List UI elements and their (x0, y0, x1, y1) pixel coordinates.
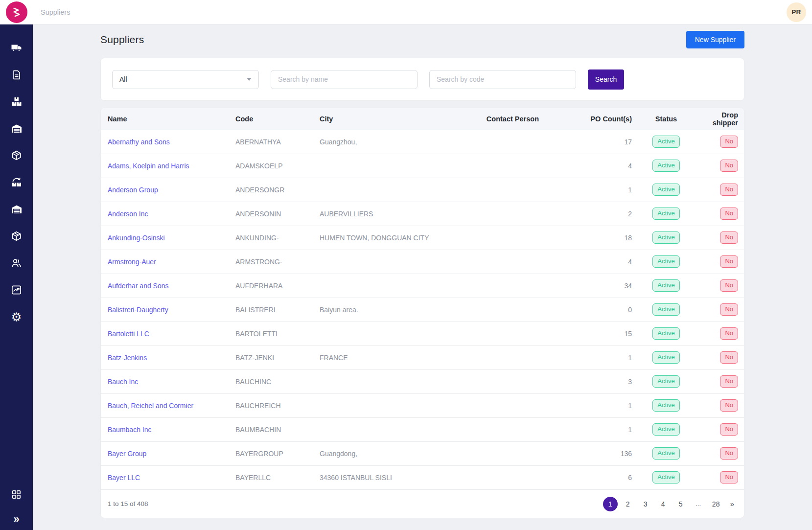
supplier-city-cell (320, 393, 466, 417)
supplier-code-cell: BAUCHINC (235, 369, 320, 393)
search-button[interactable]: Search (588, 69, 624, 90)
po-count-cell: 3 (539, 369, 632, 393)
suppliers-table: NameCodeCityContact PersonPO Count(s)Sta… (101, 108, 744, 489)
column-header-city: City (320, 108, 466, 130)
zigzag-logo-icon (10, 6, 23, 19)
drop-shipper-cell: No (700, 226, 744, 250)
drop-shipper-cell: No (700, 346, 744, 369)
column-header-name: Name (101, 108, 235, 130)
column-header-po-count-s: PO Count(s) (539, 108, 632, 130)
contact-person-cell (466, 322, 539, 346)
supplier-name-link[interactable]: Armstrong-Auer (108, 258, 156, 266)
document-icon (11, 69, 22, 80)
table-row: Bayer LLCBAYERLLC34360 ISTANBUL SISLI6Ac… (101, 465, 744, 489)
po-count-cell: 0 (539, 298, 632, 322)
pagination-summary: 1 to 15 of 408 (108, 500, 148, 507)
pagination-page-3[interactable]: 3 (638, 497, 653, 511)
supplier-code-cell: ABERNATHYA (235, 130, 320, 154)
drop-shipper-cell: No (700, 298, 744, 322)
supplier-name-link[interactable]: Bauch, Reichel and Cormier (108, 402, 193, 410)
supplier-name-link[interactable]: Bayer Group (108, 450, 146, 458)
po-count-cell: 18 (539, 226, 632, 250)
supplier-name-link[interactable]: Batz-Jenkins (108, 354, 147, 362)
table-row: Bayer GroupBAYERGROUPGuangdong,136Active… (101, 441, 744, 465)
pagination-page-2[interactable]: 2 (621, 497, 635, 511)
supplier-name-link[interactable]: Anderson Group (108, 186, 158, 194)
status-cell: Active (632, 202, 700, 226)
supplier-name-link[interactable]: Anderson Inc (108, 210, 148, 218)
type-filter-dropdown[interactable]: All (112, 70, 259, 89)
sidebar-item-receiving[interactable] (0, 169, 33, 196)
sidebar-item-warehouse[interactable] (0, 115, 33, 142)
sidebar-item-package-2[interactable] (0, 223, 33, 250)
status-cell: Active (632, 465, 700, 489)
brand-logo[interactable] (6, 1, 27, 23)
po-count-cell: 4 (539, 154, 632, 178)
sidebar-item-settings[interactable]: ⚙ (0, 303, 33, 330)
po-count-cell: 17 (539, 130, 632, 154)
supplier-name-link[interactable]: Bayer LLC (108, 474, 140, 482)
supplier-name-cell: Batz-Jenkins (101, 346, 235, 369)
sidebar-item-apps[interactable] (0, 481, 33, 508)
status-cell: Active (632, 346, 700, 369)
supplier-code-cell: BALISTRERI (235, 298, 320, 322)
chart-line-icon (11, 284, 22, 296)
po-count-cell: 1 (539, 393, 632, 417)
sidebar-item-reports[interactable] (0, 277, 33, 303)
supplier-name-cell: Adams, Koelpin and Harris (101, 154, 235, 178)
drop-shipper-badge: No (720, 399, 738, 412)
pagination-next-button[interactable]: » (730, 500, 734, 508)
supplier-name-link[interactable]: Aufderhar and Sons (108, 282, 169, 290)
search-by-name-input[interactable] (271, 70, 418, 89)
new-supplier-button[interactable]: New Supplier (686, 31, 744, 48)
pagination-page-1[interactable]: 1 (603, 497, 618, 511)
drop-shipper-badge: No (720, 279, 738, 292)
supplier-name-link[interactable]: Balistreri-Daugherty (108, 306, 168, 314)
pagination-page-5[interactable]: 5 (673, 497, 688, 511)
pagination-page-28[interactable]: 28 (709, 497, 723, 511)
status-badge: Active (652, 231, 679, 244)
drop-shipper-cell: No (700, 417, 744, 441)
contact-person-cell (466, 441, 539, 465)
pagination-page-4[interactable]: 4 (656, 497, 671, 511)
sidebar-collapse-button[interactable]: » (0, 508, 33, 530)
user-avatar[interactable]: PR (787, 2, 806, 22)
drop-shipper-cell: No (700, 441, 744, 465)
supplier-city-cell (320, 322, 466, 346)
column-header-status: Status (632, 108, 700, 130)
supplier-name-link[interactable]: Abernathy and Sons (108, 138, 170, 146)
sidebar-item-package[interactable] (0, 142, 33, 169)
supplier-city-cell: FRANCE (320, 346, 466, 369)
supplier-name-link[interactable]: Bauch Inc (108, 378, 138, 386)
contact-person-cell (466, 154, 539, 178)
supplier-name-link[interactable]: Ankunding-Osinski (108, 234, 165, 242)
supplier-name-link[interactable]: Bartoletti LLC (108, 330, 149, 338)
gear-icon: ⚙ (11, 311, 22, 323)
sidebar-item-documents[interactable] (0, 61, 33, 88)
status-badge: Active (652, 136, 679, 148)
supplier-name-link[interactable]: Baumbach Inc (108, 426, 152, 434)
sidebar-item-warehouse-2[interactable] (0, 196, 33, 223)
drop-shipper-cell: No (700, 178, 744, 202)
column-header-contact-person: Contact Person (466, 108, 539, 130)
apps-grid-icon (11, 489, 22, 500)
search-by-code-input[interactable] (429, 70, 576, 89)
sidebar-item-truck[interactable] (0, 34, 33, 61)
drop-shipper-cell: No (700, 393, 744, 417)
boxes-stacked-icon (11, 96, 23, 108)
supplier-name-link[interactable]: Adams, Koelpin and Harris (108, 162, 189, 170)
sidebar-item-contacts[interactable] (0, 250, 33, 277)
drop-shipper-badge: No (720, 447, 738, 460)
supplier-code-cell: ANDERSONIN (235, 202, 320, 226)
supplier-name-cell: Bayer LLC (101, 465, 235, 489)
sidebar-item-boxes[interactable] (0, 88, 33, 115)
status-badge: Active (652, 399, 679, 412)
status-badge: Active (652, 279, 679, 292)
status-cell: Active (632, 393, 700, 417)
drop-shipper-badge: No (720, 231, 738, 244)
supplier-name-cell: Anderson Inc (101, 202, 235, 226)
supplier-name-cell: Bauch, Reichel and Cormier (101, 393, 235, 417)
table-row: Ankunding-OsinskiANKUNDING-HUMEN TOWN, D… (101, 226, 744, 250)
drop-shipper-badge: No (720, 351, 738, 364)
drop-shipper-cell: No (700, 202, 744, 226)
